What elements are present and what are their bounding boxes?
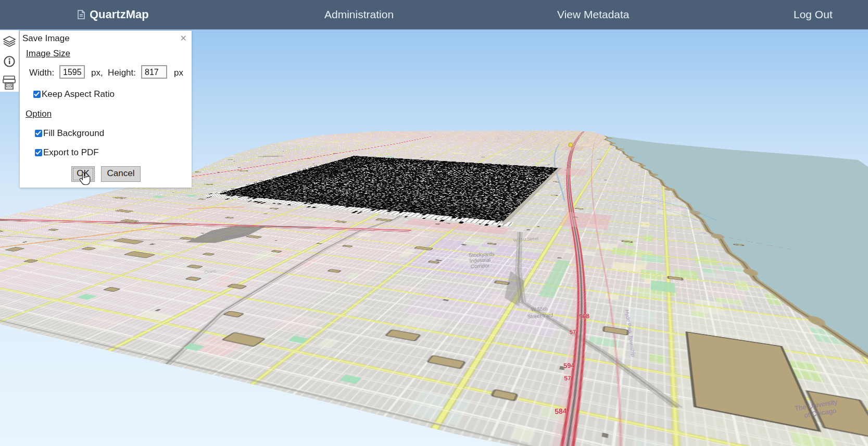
svg-text:584: 584 (555, 406, 567, 415)
svg-text:57: 57 (570, 329, 576, 336)
svg-text:568: 568 (579, 312, 590, 320)
svg-text:W 51st Street: W 51st Street (513, 236, 539, 242)
svg-text:594: 594 (563, 361, 575, 369)
svg-text:Cicero: Cicero (204, 269, 217, 275)
svg-text:W 55th: W 55th (531, 306, 547, 313)
svg-text:Corwith Yard: Corwith Yard (223, 233, 244, 239)
svg-text:Corridor: Corridor (470, 263, 489, 269)
svg-text:Street Yard: Street Yard (527, 312, 553, 319)
svg-text:57: 57 (564, 375, 571, 382)
svg-text:Hyde Park Township: Hyde Park Township (624, 309, 637, 357)
